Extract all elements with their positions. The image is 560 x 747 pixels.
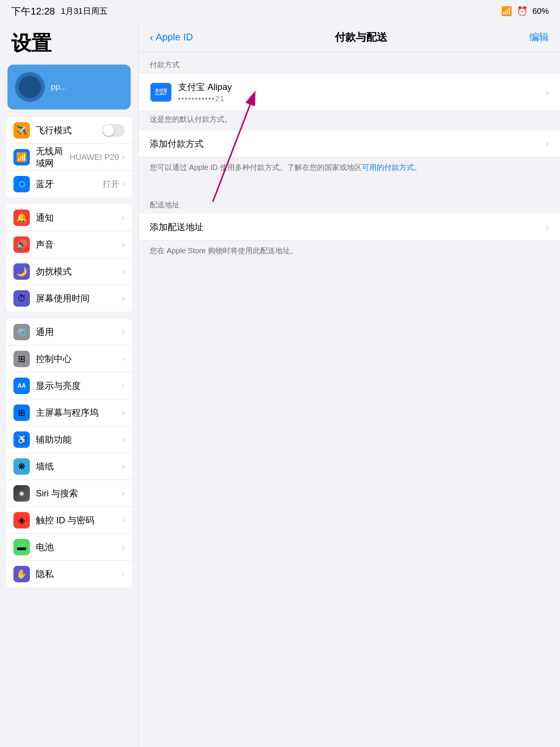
sidebar-item-notification[interactable]: 🔔 通知 › xyxy=(6,204,132,231)
wallpaper-icon: ❋ xyxy=(13,458,30,475)
status-time: 下午12:28 xyxy=(11,5,55,18)
chevron-icon: › xyxy=(122,569,125,579)
chevron-icon: › xyxy=(122,408,125,418)
payment-method-list: 支付宝 ALIPAY 支付宝 Alipay •••••••••••21 › xyxy=(139,74,560,111)
shipping-info-text: 您在 Apple Store 购物时将使用此配送地址。 xyxy=(139,241,560,261)
controlcenter-label: 控制中心 xyxy=(36,353,122,365)
right-panel: ‹ Apple ID 付款与配送 编辑 付款方式 支付宝 ALIPAY xyxy=(138,22,560,747)
status-right: 📶 ⏰ 60% xyxy=(501,6,549,16)
general-icon: ⚙️ xyxy=(13,324,30,340)
sidebar-item-display[interactable]: AA 显示与亮度 › xyxy=(6,372,132,399)
controlcenter-icon: ⊞ xyxy=(13,351,30,367)
default-payment-label: 这是您的默认付款方式。 xyxy=(139,111,560,130)
settings-group-alerts: 🔔 通知 › 🔊 声音 › 🌙 勿扰模式 › ⏱ 屏幕使用时间 › xyxy=(6,204,132,312)
display-label: 显示与亮度 xyxy=(36,380,122,392)
screentime-label: 屏幕使用时间 xyxy=(36,292,122,304)
chevron-icon: › xyxy=(122,515,125,525)
notification-icon: 🔔 xyxy=(13,210,30,226)
profile-info: pp... xyxy=(51,82,123,92)
touchid-label: 触控 ID 与密码 xyxy=(36,514,122,526)
battery-indicator: 60% xyxy=(532,6,549,16)
bluetooth-icon: ⬡ xyxy=(13,176,30,192)
airplane-icon: ✈️ xyxy=(13,122,30,139)
sidebar-item-battery[interactable]: ▬ 电池 › xyxy=(6,534,132,561)
sidebar-item-accessibility[interactable]: ♿ 辅助功能 › xyxy=(6,426,132,453)
add-shipping-button[interactable]: 添加配送地址 › xyxy=(139,214,560,241)
back-label: Apple ID xyxy=(156,31,193,43)
sidebar-item-bluetooth[interactable]: ⬡ 蓝牙 打开 › xyxy=(6,171,132,198)
donotdisturb-icon: 🌙 xyxy=(13,263,30,280)
alipay-payment-item[interactable]: 支付宝 ALIPAY 支付宝 Alipay •••••••••••21 › xyxy=(139,74,560,111)
payment-section-header: 付款方式 xyxy=(139,52,560,74)
general-label: 通用 xyxy=(36,326,122,338)
alipay-content: 支付宝 Alipay •••••••••••21 xyxy=(178,81,546,103)
accessibility-label: 辅助功能 xyxy=(36,434,122,446)
sidebar-item-privacy[interactable]: ✋ 隐私 › xyxy=(6,561,132,588)
edit-button[interactable]: 编辑 xyxy=(529,31,549,44)
add-shipping-group: 添加配送地址 › xyxy=(139,214,560,241)
chevron-icon: › xyxy=(122,267,125,276)
add-payment-button[interactable]: 添加付款方式 › xyxy=(139,130,560,157)
siri-label: Siri 与搜索 xyxy=(36,487,122,499)
sidebar-item-sound[interactable]: 🔊 声音 › xyxy=(6,231,132,258)
toggle-knob xyxy=(103,125,114,136)
siri-icon: ◉ xyxy=(13,485,30,502)
section-gap xyxy=(139,177,560,192)
payment-link[interactable]: 可用的付款方式 xyxy=(362,163,414,171)
wallpaper-label: 墙纸 xyxy=(36,461,122,472)
privacy-icon: ✋ xyxy=(13,566,30,582)
settings-group-connectivity: ✈️ 飞行模式 📶 无线局域网 HUAWEI P20 › ⬡ 蓝牙 打开 › xyxy=(6,117,132,198)
chevron-icon: › xyxy=(122,542,125,552)
sidebar-item-siri[interactable]: ◉ Siri 与搜索 › xyxy=(6,480,132,507)
chevron-icon: › xyxy=(122,240,125,249)
back-button[interactable]: ‹ Apple ID xyxy=(150,31,193,44)
wifi-setting-icon: 📶 xyxy=(13,149,30,165)
chevron-icon: › xyxy=(122,489,125,498)
shipping-section-header: 配送地址 xyxy=(139,192,560,214)
back-chevron-icon: ‹ xyxy=(150,31,153,44)
sidebar-item-airplane[interactable]: ✈️ 飞行模式 xyxy=(6,117,132,144)
sidebar-item-general[interactable]: ⚙️ 通用 › xyxy=(6,319,132,345)
battery-label: 电池 xyxy=(36,541,122,553)
sidebar-item-controlcenter[interactable]: ⊞ 控制中心 › xyxy=(6,345,132,372)
sidebar-item-wallpaper[interactable]: ❋ 墙纸 › xyxy=(6,453,132,480)
touchid-icon: ◈ xyxy=(13,512,30,529)
sidebar-item-wifi[interactable]: 📶 无线局域网 HUAWEI P20 › xyxy=(6,144,132,171)
alipay-subtitle: •••••••••••21 xyxy=(178,94,546,103)
clock-icon: ⏰ xyxy=(517,6,528,16)
profile-card[interactable]: pp... xyxy=(7,65,131,109)
alipay-icon: 支付宝 ALIPAY xyxy=(150,83,171,102)
sidebar-item-touchid[interactable]: ◈ 触控 ID 与密码 › xyxy=(6,507,132,534)
wifi-label: 无线局域网 xyxy=(36,145,69,169)
sound-label: 声音 xyxy=(36,239,122,251)
info-text-after: 。 xyxy=(414,163,421,171)
donotdisturb-label: 勿扰模式 xyxy=(36,266,122,278)
sidebar-item-screentime[interactable]: ⏱ 屏幕使用时间 › xyxy=(6,285,132,312)
bluetooth-label: 蓝牙 xyxy=(36,178,103,190)
settings-sidebar: 设置 pp... ✈️ 飞行模式 📶 xyxy=(0,22,138,747)
airplane-toggle[interactable] xyxy=(102,124,125,137)
chevron-icon: › xyxy=(122,152,125,162)
settings-group-system: ⚙️ 通用 › ⊞ 控制中心 › AA 显示与亮度 › ⊞ 主屏幕与程序坞 xyxy=(6,319,132,588)
avatar xyxy=(15,72,45,102)
alipay-icon-wrap: 支付宝 ALIPAY xyxy=(150,83,172,102)
sidebar-item-homescreen[interactable]: ⊞ 主屏幕与程序坞 › xyxy=(6,399,132,426)
add-chevron-icon: › xyxy=(546,139,549,149)
add-shipping-label: 添加配送地址 xyxy=(150,221,546,233)
page-title: 付款与配送 xyxy=(193,30,529,44)
add-payment-group: 添加付款方式 › xyxy=(139,130,560,157)
info-text-before: 您可以通过 Apple ID 使用多种付款方式。了解在您的国家或地区 xyxy=(150,163,362,171)
notification-label: 通知 xyxy=(36,212,122,224)
alipay-text-top: 支付宝 xyxy=(155,89,167,93)
chevron-icon: › xyxy=(122,354,125,364)
chevron-icon: › xyxy=(122,462,125,471)
wifi-value: HUAWEI P20 xyxy=(69,152,119,162)
chevron-icon: › xyxy=(122,294,125,303)
chevron-icon: › xyxy=(122,327,125,337)
add-shipping-chevron-icon: › xyxy=(546,222,549,232)
profile-name: pp... xyxy=(51,82,123,92)
battery-icon: ▬ xyxy=(13,539,30,555)
alipay-text-bot: ALIPAY xyxy=(155,93,167,96)
airplane-label: 飞行模式 xyxy=(36,124,102,136)
sidebar-item-donotdisturb[interactable]: 🌙 勿扰模式 › xyxy=(6,258,132,285)
